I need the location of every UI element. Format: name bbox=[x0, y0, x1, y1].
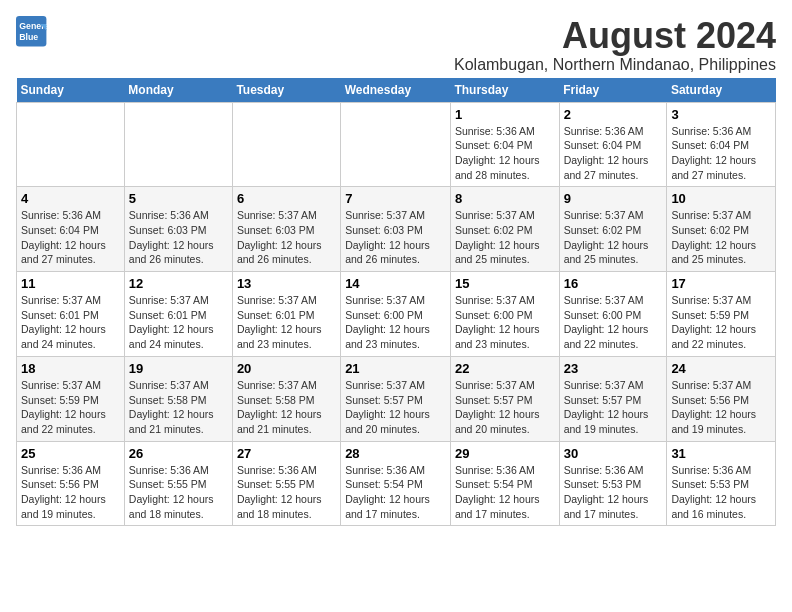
day-number: 9 bbox=[564, 191, 663, 206]
day-info: Sunrise: 5:36 AM Sunset: 5:54 PM Dayligh… bbox=[345, 463, 446, 522]
day-number: 20 bbox=[237, 361, 336, 376]
day-number: 14 bbox=[345, 276, 446, 291]
day-info: Sunrise: 5:37 AM Sunset: 6:01 PM Dayligh… bbox=[21, 293, 120, 352]
day-info: Sunrise: 5:37 AM Sunset: 6:01 PM Dayligh… bbox=[237, 293, 336, 352]
day-info: Sunrise: 5:37 AM Sunset: 6:02 PM Dayligh… bbox=[671, 208, 771, 267]
calendar-title: August 2024 bbox=[454, 16, 776, 56]
day-info: Sunrise: 5:36 AM Sunset: 6:04 PM Dayligh… bbox=[564, 124, 663, 183]
day-number: 3 bbox=[671, 107, 771, 122]
calendar-cell: 4Sunrise: 5:36 AM Sunset: 6:04 PM Daylig… bbox=[17, 187, 125, 272]
calendar-cell: 8Sunrise: 5:37 AM Sunset: 6:02 PM Daylig… bbox=[450, 187, 559, 272]
day-info: Sunrise: 5:36 AM Sunset: 5:54 PM Dayligh… bbox=[455, 463, 555, 522]
calendar-cell: 3Sunrise: 5:36 AM Sunset: 6:04 PM Daylig… bbox=[667, 102, 776, 187]
calendar-cell: 6Sunrise: 5:37 AM Sunset: 6:03 PM Daylig… bbox=[232, 187, 340, 272]
calendar-cell: 25Sunrise: 5:36 AM Sunset: 5:56 PM Dayli… bbox=[17, 441, 125, 526]
day-info: Sunrise: 5:37 AM Sunset: 6:00 PM Dayligh… bbox=[564, 293, 663, 352]
day-number: 7 bbox=[345, 191, 446, 206]
calendar-cell: 30Sunrise: 5:36 AM Sunset: 5:53 PM Dayli… bbox=[559, 441, 667, 526]
logo-icon: General Blue bbox=[16, 16, 48, 48]
calendar-cell: 13Sunrise: 5:37 AM Sunset: 6:01 PM Dayli… bbox=[232, 272, 340, 357]
day-number: 21 bbox=[345, 361, 446, 376]
day-info: Sunrise: 5:37 AM Sunset: 6:02 PM Dayligh… bbox=[564, 208, 663, 267]
day-info: Sunrise: 5:36 AM Sunset: 5:53 PM Dayligh… bbox=[671, 463, 771, 522]
day-number: 16 bbox=[564, 276, 663, 291]
day-number: 31 bbox=[671, 446, 771, 461]
day-number: 19 bbox=[129, 361, 228, 376]
weekday-header-tuesday: Tuesday bbox=[232, 78, 340, 103]
calendar-week-5: 25Sunrise: 5:36 AM Sunset: 5:56 PM Dayli… bbox=[17, 441, 776, 526]
weekday-header-row: SundayMondayTuesdayWednesdayThursdayFrid… bbox=[17, 78, 776, 103]
day-number: 24 bbox=[671, 361, 771, 376]
day-info: Sunrise: 5:37 AM Sunset: 5:58 PM Dayligh… bbox=[129, 378, 228, 437]
day-info: Sunrise: 5:37 AM Sunset: 5:57 PM Dayligh… bbox=[564, 378, 663, 437]
day-number: 6 bbox=[237, 191, 336, 206]
svg-text:Blue: Blue bbox=[19, 32, 38, 42]
calendar-cell: 29Sunrise: 5:36 AM Sunset: 5:54 PM Dayli… bbox=[450, 441, 559, 526]
day-info: Sunrise: 5:37 AM Sunset: 6:00 PM Dayligh… bbox=[455, 293, 555, 352]
calendar-cell: 26Sunrise: 5:36 AM Sunset: 5:55 PM Dayli… bbox=[124, 441, 232, 526]
day-number: 17 bbox=[671, 276, 771, 291]
calendar-cell: 9Sunrise: 5:37 AM Sunset: 6:02 PM Daylig… bbox=[559, 187, 667, 272]
day-number: 11 bbox=[21, 276, 120, 291]
calendar-cell bbox=[341, 102, 451, 187]
day-number: 8 bbox=[455, 191, 555, 206]
weekday-header-sunday: Sunday bbox=[17, 78, 125, 103]
weekday-header-thursday: Thursday bbox=[450, 78, 559, 103]
day-info: Sunrise: 5:36 AM Sunset: 6:04 PM Dayligh… bbox=[455, 124, 555, 183]
calendar-cell: 14Sunrise: 5:37 AM Sunset: 6:00 PM Dayli… bbox=[341, 272, 451, 357]
day-info: Sunrise: 5:37 AM Sunset: 6:03 PM Dayligh… bbox=[237, 208, 336, 267]
day-info: Sunrise: 5:36 AM Sunset: 6:04 PM Dayligh… bbox=[21, 208, 120, 267]
day-info: Sunrise: 5:37 AM Sunset: 5:58 PM Dayligh… bbox=[237, 378, 336, 437]
weekday-header-wednesday: Wednesday bbox=[341, 78, 451, 103]
day-info: Sunrise: 5:36 AM Sunset: 5:53 PM Dayligh… bbox=[564, 463, 663, 522]
calendar-cell: 20Sunrise: 5:37 AM Sunset: 5:58 PM Dayli… bbox=[232, 356, 340, 441]
header: General Blue August 2024 Kolambugan, Nor… bbox=[16, 16, 776, 74]
day-number: 5 bbox=[129, 191, 228, 206]
calendar-cell: 24Sunrise: 5:37 AM Sunset: 5:56 PM Dayli… bbox=[667, 356, 776, 441]
calendar-cell bbox=[124, 102, 232, 187]
calendar-cell: 27Sunrise: 5:36 AM Sunset: 5:55 PM Dayli… bbox=[232, 441, 340, 526]
calendar-cell bbox=[17, 102, 125, 187]
day-number: 2 bbox=[564, 107, 663, 122]
day-info: Sunrise: 5:36 AM Sunset: 5:55 PM Dayligh… bbox=[237, 463, 336, 522]
calendar-cell bbox=[232, 102, 340, 187]
day-info: Sunrise: 5:37 AM Sunset: 5:59 PM Dayligh… bbox=[21, 378, 120, 437]
day-number: 10 bbox=[671, 191, 771, 206]
day-info: Sunrise: 5:37 AM Sunset: 5:59 PM Dayligh… bbox=[671, 293, 771, 352]
day-info: Sunrise: 5:37 AM Sunset: 6:01 PM Dayligh… bbox=[129, 293, 228, 352]
weekday-header-friday: Friday bbox=[559, 78, 667, 103]
day-number: 22 bbox=[455, 361, 555, 376]
calendar-cell: 15Sunrise: 5:37 AM Sunset: 6:00 PM Dayli… bbox=[450, 272, 559, 357]
calendar-cell: 31Sunrise: 5:36 AM Sunset: 5:53 PM Dayli… bbox=[667, 441, 776, 526]
day-info: Sunrise: 5:37 AM Sunset: 6:00 PM Dayligh… bbox=[345, 293, 446, 352]
calendar-cell: 11Sunrise: 5:37 AM Sunset: 6:01 PM Dayli… bbox=[17, 272, 125, 357]
day-number: 27 bbox=[237, 446, 336, 461]
calendar-cell: 19Sunrise: 5:37 AM Sunset: 5:58 PM Dayli… bbox=[124, 356, 232, 441]
day-number: 1 bbox=[455, 107, 555, 122]
day-number: 30 bbox=[564, 446, 663, 461]
calendar-cell: 22Sunrise: 5:37 AM Sunset: 5:57 PM Dayli… bbox=[450, 356, 559, 441]
calendar-cell: 16Sunrise: 5:37 AM Sunset: 6:00 PM Dayli… bbox=[559, 272, 667, 357]
day-info: Sunrise: 5:36 AM Sunset: 6:03 PM Dayligh… bbox=[129, 208, 228, 267]
day-number: 18 bbox=[21, 361, 120, 376]
day-info: Sunrise: 5:37 AM Sunset: 5:56 PM Dayligh… bbox=[671, 378, 771, 437]
calendar-week-4: 18Sunrise: 5:37 AM Sunset: 5:59 PM Dayli… bbox=[17, 356, 776, 441]
calendar-week-1: 1Sunrise: 5:36 AM Sunset: 6:04 PM Daylig… bbox=[17, 102, 776, 187]
day-number: 25 bbox=[21, 446, 120, 461]
title-block: August 2024 Kolambugan, Northern Mindana… bbox=[454, 16, 776, 74]
calendar-cell: 18Sunrise: 5:37 AM Sunset: 5:59 PM Dayli… bbox=[17, 356, 125, 441]
day-info: Sunrise: 5:36 AM Sunset: 6:04 PM Dayligh… bbox=[671, 124, 771, 183]
day-info: Sunrise: 5:36 AM Sunset: 5:56 PM Dayligh… bbox=[21, 463, 120, 522]
logo: General Blue bbox=[16, 16, 48, 48]
calendar-cell: 21Sunrise: 5:37 AM Sunset: 5:57 PM Dayli… bbox=[341, 356, 451, 441]
day-number: 29 bbox=[455, 446, 555, 461]
day-number: 26 bbox=[129, 446, 228, 461]
calendar-cell: 17Sunrise: 5:37 AM Sunset: 5:59 PM Dayli… bbox=[667, 272, 776, 357]
calendar-cell: 10Sunrise: 5:37 AM Sunset: 6:02 PM Dayli… bbox=[667, 187, 776, 272]
day-info: Sunrise: 5:37 AM Sunset: 5:57 PM Dayligh… bbox=[345, 378, 446, 437]
day-info: Sunrise: 5:37 AM Sunset: 6:03 PM Dayligh… bbox=[345, 208, 446, 267]
weekday-header-saturday: Saturday bbox=[667, 78, 776, 103]
day-number: 13 bbox=[237, 276, 336, 291]
calendar-cell: 2Sunrise: 5:36 AM Sunset: 6:04 PM Daylig… bbox=[559, 102, 667, 187]
calendar-cell: 7Sunrise: 5:37 AM Sunset: 6:03 PM Daylig… bbox=[341, 187, 451, 272]
